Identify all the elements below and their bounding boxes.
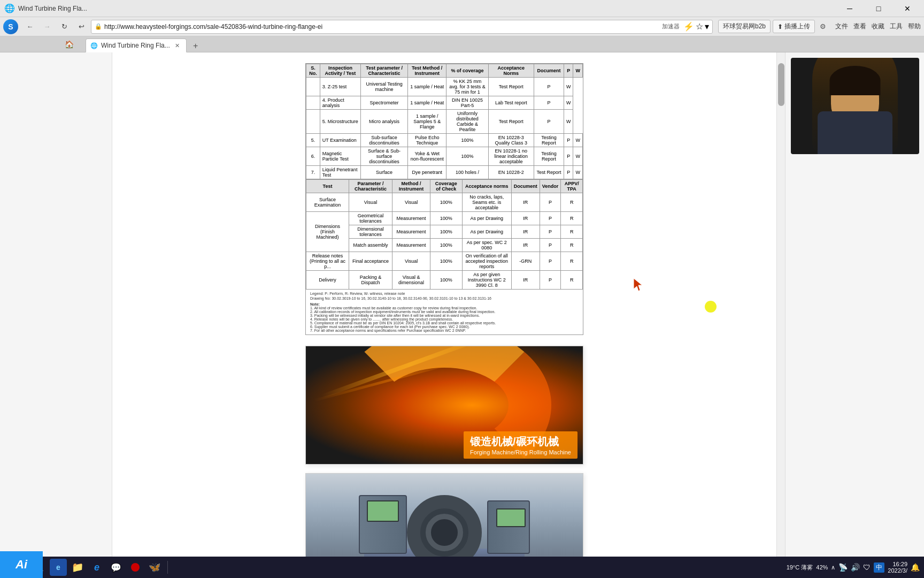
notification-icon[interactable]: 🔔 xyxy=(911,563,920,572)
scrollbar-thumb[interactable] xyxy=(778,63,784,106)
forging-en-text: Forging Machine/Ring Rolling Machine xyxy=(470,449,571,455)
webcam-view xyxy=(791,58,919,154)
menu-favorites[interactable]: 收藏 xyxy=(872,22,884,31)
table-row: 4. Product analysis Spectrometer 1 sampl… xyxy=(306,96,583,110)
menu-help[interactable]: 帮助 xyxy=(908,22,921,31)
table-row: 3. Z-25 test Universal Testing machine 1… xyxy=(306,78,583,96)
main-content[interactable]: S. No. Inspection Activity / Test Test p… xyxy=(112,52,776,557)
nav-bar: S ← → ↻ ↩ 🔒 加速器 ⚡ ☆ ▾ 环球贸易网b2b ⬆ 插播上传 ⚙ … xyxy=(0,17,924,36)
visual-inspection-table: Test Parameter / Characteristic Method /… xyxy=(306,179,583,290)
taskbar-clock[interactable]: 16:29 2022/3/ xyxy=(888,561,907,574)
note-5: 5. Compliance of material must be as per… xyxy=(310,321,579,325)
url-input[interactable] xyxy=(104,23,658,31)
title-bar-left: 🌐 Wind Turbine Ring Fla... xyxy=(4,3,87,13)
forward-button[interactable]: → xyxy=(40,19,55,34)
table-row-ut: 5. UT Examination Sub-surface discontinu… xyxy=(306,134,583,147)
machine-image xyxy=(306,474,583,557)
back-button[interactable]: ← xyxy=(22,19,37,34)
table-row-mpt: 6. Magnetic Particle Test Surface & Sub-… xyxy=(306,147,583,166)
upload-icon: ⬆ xyxy=(777,23,783,31)
systray-input[interactable]: 中 xyxy=(874,562,884,573)
window-controls: ─ □ ✕ xyxy=(837,0,920,17)
refresh-button[interactable]: ↻ xyxy=(57,19,72,34)
maximize-button[interactable]: □ xyxy=(866,0,891,17)
table-row-lpt: 7. Liquid Penetrant Test Surface Dye pen… xyxy=(306,166,583,179)
table-row: Surface Examination Visual Visual 100% N… xyxy=(306,193,583,212)
taskbar-weather: 19°C 薄雾 xyxy=(787,564,813,572)
right-bar-items: 环球贸易网b2b ⬆ 插播上传 ⚙ xyxy=(718,20,829,33)
col-header-doc: Document xyxy=(534,64,564,78)
taskbar-folder[interactable]: 📁 xyxy=(69,559,86,576)
huanqiu-btn[interactable]: 环球贸易网b2b xyxy=(718,20,771,33)
active-tab[interactable]: 🌐 Wind Turbine Ring Fla... ✕ xyxy=(86,39,187,52)
address-bar[interactable]: 🔒 加速器 ⚡ ☆ ▾ xyxy=(91,20,713,34)
new-tab-button[interactable]: + xyxy=(189,40,203,52)
settings-icon[interactable]: ⚙ xyxy=(817,21,829,33)
col-header-inspection: Inspection Activity / Test xyxy=(320,64,360,78)
menu-view[interactable]: 查看 xyxy=(853,22,866,31)
undo-button[interactable]: ↩ xyxy=(74,19,89,34)
legend-text: Legend: P- Perform, R- Review, W- witnes… xyxy=(310,292,579,295)
systray-up-arrow[interactable]: ∧ xyxy=(831,564,835,571)
legend-section: Legend: P- Perform, R- Review, W- witnes… xyxy=(306,290,583,334)
taskbar-record[interactable] xyxy=(127,559,144,576)
col-header-p: P xyxy=(564,64,573,78)
left-sidebar xyxy=(0,52,112,557)
tab-close-button[interactable]: ✕ xyxy=(173,41,182,50)
sogou-icon: S xyxy=(3,19,18,34)
star-icon[interactable]: ☆ xyxy=(696,21,703,32)
table-row: Delivery Packing & Dispatch Visual & dim… xyxy=(306,271,583,290)
forging-cn-text: 锻造机械/碾环机械 xyxy=(470,435,571,449)
address-bar-actions: 加速器 ⚡ ☆ ▾ xyxy=(660,21,709,32)
minimize-button[interactable]: ─ xyxy=(837,0,862,17)
ai-label: Ai xyxy=(16,558,27,572)
lightning-icon: ⚡ xyxy=(683,21,694,32)
upload-btn[interactable]: ⬆ 插播上传 xyxy=(773,20,815,33)
taskbar-ie[interactable]: e xyxy=(50,559,67,576)
systray-network: 📡 xyxy=(838,563,848,572)
browser-logo: 🌐 xyxy=(4,3,15,13)
col-header-method: Test Method / Instrument xyxy=(408,64,446,78)
close-button[interactable]: ✕ xyxy=(895,0,920,17)
doc-wrapper: S. No. Inspection Activity / Test Test p… xyxy=(305,63,583,557)
home-button[interactable]: 🏠 xyxy=(62,39,76,50)
taskbar-separator-2 xyxy=(167,561,168,574)
accelerator-btn[interactable]: 加速器 xyxy=(660,21,682,32)
taskbar-wechat[interactable]: 💬 xyxy=(107,559,125,576)
menu-file[interactable]: 文件 xyxy=(835,22,848,31)
window-title: Wind Turbine Ring Fla... xyxy=(18,5,87,12)
tab-label: Wind Turbine Ring Fla... xyxy=(101,42,170,49)
col-header-sno: S. No. xyxy=(306,64,320,78)
right-panel xyxy=(785,52,924,557)
dropdown-icon[interactable]: ▾ xyxy=(705,21,709,32)
inspection-table-document: S. No. Inspection Activity / Test Test p… xyxy=(305,63,583,335)
tabs-bar: 🌐 Wind Turbine Ring Fla... ✕ + xyxy=(0,36,924,52)
title-bar: 🌐 Wind Turbine Ring Fla... ─ □ ✕ xyxy=(0,0,924,17)
notes-header: Note: xyxy=(310,302,579,306)
systray-antivirus: 🛡 xyxy=(863,563,871,572)
taskbar-battery: 42% xyxy=(816,564,828,571)
table-row: 5. Microstructure Micro analysis 1 sampl… xyxy=(306,110,583,134)
systray-speaker: 🔊 xyxy=(851,563,860,572)
battery-level: 42% xyxy=(816,564,828,571)
note-7: 7. For all other acceptance norms and sp… xyxy=(310,329,579,332)
taskbar-app5[interactable]: 🦋 xyxy=(146,559,163,576)
scrollbar[interactable] xyxy=(776,52,785,557)
taskbar-ie2[interactable]: e xyxy=(88,559,105,576)
inspection-table: S. No. Inspection Activity / Test Test p… xyxy=(306,64,583,179)
lock-icon: 🔒 xyxy=(95,23,102,30)
tab-favicon: 🌐 xyxy=(90,42,98,49)
col-header-test: Test parameter / Characteristic xyxy=(361,64,408,78)
drawing-no: Drawing No: 30.02.3019-10 to 16, 30.02.3… xyxy=(310,296,579,300)
note-6: 6. Supplier must submit a certificate of… xyxy=(310,325,579,329)
weather-temp: 19°C 薄雾 xyxy=(787,564,813,571)
upload-label: 插播上传 xyxy=(784,22,810,31)
menu-bar: 文件 查看 收藏 工具 帮助 xyxy=(835,22,921,31)
col-header-w: W xyxy=(573,64,583,78)
note-3: 3. Packing will be witnessed initially a… xyxy=(310,314,579,317)
machine-image-card xyxy=(305,473,583,557)
note-1: 1. All kind of review certificates must … xyxy=(310,306,579,310)
taskbar-time: 16:29 xyxy=(892,561,907,567)
menu-tools[interactable]: 工具 xyxy=(890,22,903,31)
col-header-acceptance: Acceptance Norms xyxy=(488,64,534,78)
